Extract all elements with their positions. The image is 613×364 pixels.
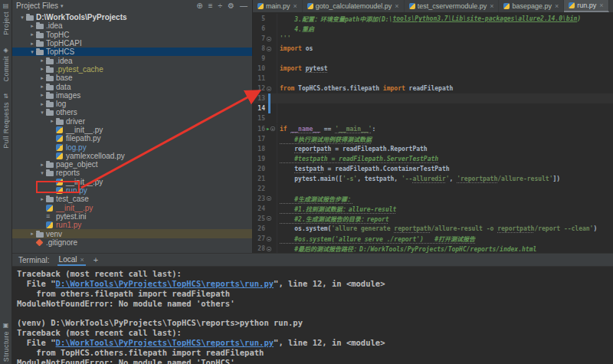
tree-item-init-py[interactable]: __init__.py (12, 126, 252, 134)
chevron-down-icon[interactable]: ▾ (38, 170, 46, 176)
settings-icon[interactable]: ⚙ (228, 2, 234, 10)
chevron-right-icon[interactable]: ▸ (38, 92, 46, 98)
collapse-all-icon[interactable]: ≡ (208, 2, 213, 10)
line-number: 12 (253, 85, 267, 92)
fold-icon[interactable] (267, 87, 271, 91)
tree-item-idea[interactable]: ▸.idea (12, 56, 252, 64)
chevron-down-icon[interactable]: ▾ (28, 49, 36, 55)
code-line-16: 16▶if __name__ == '__main__': (253, 124, 613, 134)
tree-item-init-py[interactable]: __init__.py (12, 204, 252, 212)
chevron-right-icon[interactable]: ▸ (28, 31, 36, 38)
tree-item-others[interactable]: ▾others (12, 108, 252, 116)
close-icon[interactable]: × (555, 2, 559, 10)
close-icon[interactable]: × (293, 2, 297, 10)
chevron-right-icon[interactable]: ▸ (38, 75, 46, 81)
chevron-right-icon[interactable]: ▸ (38, 101, 46, 107)
fold-icon[interactable] (270, 126, 275, 131)
fold-icon[interactable] (267, 37, 271, 41)
tool-button-commit[interactable]: ◈Commit (2, 48, 10, 81)
tab-filepath-py[interactable]: filepath.py× (609, 0, 613, 12)
fold-icon[interactable] (267, 247, 271, 251)
terminal-output[interactable]: Traceback (most recent call last): File … (12, 267, 613, 364)
tree-item-tophc[interactable]: ▸TopHC (12, 31, 252, 39)
python-file-icon (56, 152, 65, 159)
tab-test-cservermodule-py[interactable]: test_cservermodule.py× (405, 0, 500, 12)
close-icon[interactable]: × (80, 256, 84, 264)
code-line-20: 20 testpath = readFilepath.CcontainerTes… (253, 164, 613, 174)
chevron-down-icon[interactable]: ▾ (18, 15, 26, 21)
file-link[interactable]: D:\WorkTools\PyProjects\TopHCS\reports\r… (56, 338, 274, 347)
tree-item-yamlexcelload-py[interactable]: yamlexcelload.py (12, 152, 252, 160)
code-line-26: 26 os.system('allure generate reportpath… (253, 224, 613, 234)
chevron-right-icon[interactable]: ▸ (28, 23, 36, 29)
tab-run-py[interactable]: run.py× (564, 0, 608, 12)
folder-icon (46, 84, 55, 90)
hide-icon[interactable]: — (240, 2, 247, 10)
tool-button-pull-requests[interactable]: ⇅Pull Requests (2, 93, 10, 149)
fold-icon[interactable] (267, 237, 271, 241)
chevron-right-icon[interactable]: ▸ (28, 231, 36, 237)
tree-item-idea[interactable]: ▸.idea (12, 21, 252, 30)
fold-icon[interactable] (267, 216, 271, 221)
tree-item-driver[interactable]: ▸driver (12, 117, 252, 126)
tree-item-log[interactable]: ▸log (12, 100, 252, 108)
line-number: 10 (253, 65, 267, 72)
tree-item-gitignore[interactable]: .gitignore (12, 238, 252, 247)
project-view-selector[interactable]: Project Files ▾ (16, 2, 64, 10)
tree-item-run-py[interactable]: run.py (12, 186, 252, 195)
tab-goto-calculatemoudel-py[interactable]: goto_calculatemoudel.py× (303, 0, 405, 12)
locate-icon[interactable]: ⊕ (196, 2, 202, 10)
tree-item-run1-py[interactable]: run1.py (12, 221, 252, 229)
python-file-icon (46, 221, 55, 228)
folder-icon (46, 169, 55, 176)
tree-item-tophcs[interactable]: ▾TopHCS (12, 48, 252, 56)
expand-all-icon[interactable]: ÷ (218, 2, 223, 10)
folder-icon (36, 231, 45, 238)
chevron-right-icon[interactable]: ▸ (38, 57, 46, 64)
tool-button-label: Project (2, 11, 10, 35)
line-number: 22 (253, 185, 267, 192)
tree-item-images[interactable]: ▸images (12, 91, 252, 100)
line-number: 14 (253, 105, 267, 112)
tree-item-d-worktools-pyprojects[interactable]: ▾D:\WorkTools\PyProjects (12, 13, 252, 21)
tab-main-py[interactable]: main.py× (253, 0, 303, 12)
line-number: 16 (253, 126, 267, 133)
file-link[interactable]: D:\WorkTools\PyProjects\TopHCS\reports\r… (56, 279, 274, 288)
tab-label: main.py (266, 2, 290, 10)
tab-basepage-py[interactable]: basepage.py× (499, 0, 564, 12)
fold-icon[interactable] (267, 47, 271, 51)
fold-icon[interactable] (267, 196, 271, 201)
python-file-icon (56, 135, 65, 142)
tree-item-init-py[interactable]: __init__.py (12, 178, 252, 186)
tree-item-venv[interactable]: ▸venv (12, 229, 252, 238)
project-tree[interactable]: ▾D:\WorkTools\PyProjects▸.idea▸TopHC▸Top… (12, 11, 252, 253)
close-icon[interactable]: × (490, 2, 493, 10)
tree-item-pytest-ini[interactable]: ≡pytest.ini (12, 212, 252, 221)
run-icon[interactable]: ▶ (267, 126, 270, 131)
tree-item-base[interactable]: ▸base (12, 74, 252, 82)
chevron-right-icon[interactable]: ▸ (38, 66, 46, 72)
tree-item-log-py[interactable]: log.py (12, 143, 252, 151)
terminal-tab-local[interactable]: Local × (57, 254, 86, 266)
tree-item-filepath-py[interactable]: filepath.py (12, 134, 252, 143)
chevron-right-icon[interactable]: ▸ (48, 118, 56, 124)
tool-button-structure[interactable]: ▣Structure (2, 323, 10, 362)
chevron-right-icon[interactable]: ▸ (38, 196, 46, 202)
tree-item-data[interactable]: ▸data (12, 82, 252, 90)
code-text: pytest.main(['-s', testpath, '--alluredi… (277, 174, 560, 184)
tree-item-pytest-cache[interactable]: ▸.pytest_cache (12, 65, 252, 74)
code-text: #生成测试报告步骤： (277, 194, 353, 204)
tree-item-page-object[interactable]: ▸page_object (12, 160, 252, 169)
chevron-right-icon[interactable]: ▸ (38, 162, 46, 168)
tree-item-test-case[interactable]: ▸test_case (12, 195, 252, 203)
chevron-down-icon[interactable]: ▾ (38, 110, 46, 116)
tool-button-project[interactable]: ▤Project (2, 3, 10, 35)
chevron-right-icon[interactable]: ▸ (28, 41, 36, 47)
new-terminal-button[interactable]: + (93, 255, 98, 264)
code-area[interactable]: 5 3.配置：环境变量path中添加(D:\tools\Python3.7\Li… (253, 12, 613, 253)
tree-item-tophcapi[interactable]: ▸TopHCAPI (12, 39, 252, 48)
chevron-right-icon[interactable]: ▸ (38, 84, 46, 90)
close-icon[interactable]: × (599, 2, 603, 9)
close-icon[interactable]: × (395, 2, 398, 10)
tree-item-reports[interactable]: ▾reports (12, 169, 252, 177)
